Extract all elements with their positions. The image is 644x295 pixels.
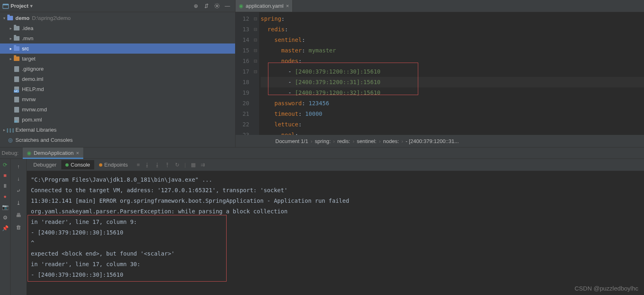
endpoints-tab[interactable]: Endpoints: [95, 160, 132, 169]
tree-item[interactable]: .gitignore: [0, 64, 235, 74]
tree-item[interactable]: mvnw.cmd: [0, 104, 235, 115]
tree-item[interactable]: ▸ target: [0, 54, 235, 64]
running-dot-icon: [65, 163, 69, 167]
tree-scratches[interactable]: ◎ Scratches and Consoles: [0, 135, 235, 145]
tool-icon[interactable]: ⭳: [155, 162, 160, 168]
breadcrumb-item[interactable]: Document 1/1: [275, 138, 308, 144]
watermark: CSDN @puzzledboylhc: [575, 285, 638, 292]
file-icon: [13, 76, 20, 82]
tree-item[interactable]: demo.iml: [0, 74, 235, 84]
breakpoint-icon[interactable]: ●: [1, 192, 9, 200]
dropdown-icon[interactable]: ▾: [30, 3, 33, 9]
console-line: "C:\Program Files\Java\jdk1.8.0_181\bin\…: [31, 174, 640, 185]
project-icon: [2, 3, 9, 9]
breadcrumb-item[interactable]: nodes:: [383, 138, 399, 144]
pause-icon[interactable]: ⏸: [1, 182, 9, 190]
locate-icon[interactable]: ⊕: [191, 2, 200, 11]
debug-left-toolbar: ⟳ ■ ⏸ ● 📷 ⚙ 📌: [0, 159, 11, 295]
scratches-icon: ◎: [6, 137, 14, 143]
gear-icon[interactable]: [212, 2, 221, 11]
tree-item-label: target: [22, 56, 35, 62]
tool-icon[interactable]: ▦: [191, 162, 196, 168]
debugger-tab[interactable]: Debugger: [29, 160, 61, 169]
close-icon[interactable]: ×: [286, 3, 289, 9]
code-area[interactable]: spring: redis: sentinel: master: mymaste…: [259, 12, 644, 135]
file-icon: [13, 66, 20, 72]
tree-item[interactable]: pom.xml: [0, 115, 235, 125]
console-line: expected <block end>, but found '<scalar…: [31, 248, 640, 259]
console-area: Debugger Console Endpoints ≡ ⭳ ⭳ ⭱ ↻ | ▦…: [27, 159, 644, 295]
bug-rerun-icon[interactable]: ⟳: [1, 161, 9, 169]
tree-item-label: .idea: [22, 25, 33, 31]
spring-icon: ◉: [27, 150, 31, 156]
project-tree[interactable]: ▾ demo D:\spring2\demo ▸ .idea ▸ .mvn ▸ …: [0, 12, 235, 147]
tree-item[interactable]: mvnw: [0, 94, 235, 104]
console-tab[interactable]: Console: [61, 160, 94, 169]
project-panel: Project ▾ ⊕ ⇵ — ▾ demo D:\spring2\demo ▸…: [0, 0, 236, 147]
tree-item-label: mvnw: [22, 96, 36, 102]
stop-icon[interactable]: ■: [1, 171, 9, 179]
breadcrumb-item[interactable]: sentinel:: [357, 138, 376, 144]
debug-label: Debug:: [2, 150, 19, 156]
tool-icon[interactable]: ⭱: [165, 162, 170, 168]
console-line: Connected to the target VM, address: '12…: [31, 185, 640, 195]
tool-icon[interactable]: ⭳: [145, 162, 150, 168]
tool-icon[interactable]: ≡: [137, 162, 140, 168]
folder-icon: [13, 56, 20, 61]
editor-tab-label: application.yaml: [246, 3, 283, 9]
clear-icon[interactable]: 🗑: [15, 223, 23, 231]
up-icon[interactable]: ↑: [15, 162, 23, 170]
editor-tab-application-yaml[interactable]: ◉ application.yaml ×: [236, 0, 293, 12]
tool-icon[interactable]: ⇉: [201, 162, 205, 168]
project-header: Project ▾ ⊕ ⇵ —: [0, 0, 235, 12]
project-root-icon: [6, 16, 14, 20]
breadcrumb-item[interactable]: spring:: [315, 138, 331, 144]
tree-item-label: Scratches and Consoles: [15, 137, 73, 143]
tree-item-src[interactable]: ▸ src: [0, 43, 235, 54]
console-line: in 'reader', line 17, column 9:: [31, 217, 640, 227]
settings-icon[interactable]: ⚙: [1, 213, 9, 221]
console-output[interactable]: "C:\Program Files\Java\jdk1.8.0_181\bin\…: [27, 171, 644, 295]
console-line: - [2400:379:1200::30]:15610: [31, 269, 640, 280]
tree-item[interactable]: ▸ .idea: [0, 23, 235, 33]
tree-item-label: demo.iml: [22, 76, 43, 82]
folder-icon: [13, 36, 20, 41]
close-icon[interactable]: ×: [76, 150, 79, 156]
scroll-icon[interactable]: ⤓: [15, 199, 23, 207]
hide-icon[interactable]: —: [223, 2, 232, 11]
folder-icon: [13, 26, 20, 30]
down-icon[interactable]: ↓: [15, 174, 23, 182]
tree-external-libraries[interactable]: ▸⫿⫿⫿ External Libraries: [0, 125, 235, 135]
editor-panel: ◉ application.yaml × 121314 151617 18192…: [236, 0, 644, 147]
svg-point-2: [216, 5, 218, 7]
editor-breadcrumb: Document 1/1 › spring: › redis: › sentin…: [236, 135, 644, 147]
console-tools: ≡ ⭳ ⭳ ⭱ ↻ | ▦ ⇉: [137, 162, 205, 168]
print-icon[interactable]: 🖶: [15, 211, 23, 219]
file-icon: [13, 97, 20, 102]
editor-body[interactable]: 121314 151617 181920 212223 ⊟⊟⊟⊟⊟⊟ sprin…: [236, 12, 644, 135]
tree-root[interactable]: ▾ demo D:\spring2\demo: [0, 13, 235, 23]
tree-item[interactable]: ▸ .mvn: [0, 33, 235, 43]
console-line: 11:30:12.141 [main] ERROR org.springfram…: [31, 195, 640, 206]
debug-run-config-tab[interactable]: ◉ DemoApplication ×: [23, 148, 83, 159]
file-m-icon: [13, 117, 20, 123]
debug-run-config-label: DemoApplication: [34, 150, 73, 156]
project-panel-title: Project: [11, 3, 28, 9]
camera-icon[interactable]: 📷: [1, 203, 9, 211]
console-line: ^: [31, 238, 640, 248]
tool-icon[interactable]: ↻: [175, 162, 179, 168]
file-md-icon: [13, 87, 20, 92]
tree-item-label: External Libraries: [15, 127, 56, 133]
library-icon: ⫿⫿⫿: [6, 127, 14, 133]
endpoints-dot-icon: [99, 163, 102, 167]
pin-icon[interactable]: 📌: [1, 224, 9, 232]
breadcrumb-item[interactable]: redis:: [337, 138, 350, 144]
tree-item[interactable]: HELP.md: [0, 84, 235, 94]
debug-panel: Debug: ◉ DemoApplication × ⟳ ■ ⏸ ● 📷 ⚙ 📌…: [0, 147, 644, 295]
wrap-icon[interactable]: ⤶: [15, 187, 23, 195]
fold-gutter[interactable]: ⊟⊟⊟⊟⊟⊟: [252, 12, 259, 135]
expand-icon[interactable]: ⇵: [202, 2, 211, 11]
tree-root-label: demo: [15, 15, 30, 21]
breadcrumb-item[interactable]: - [2400:379:1200::31...: [406, 138, 459, 144]
console-left-toolbar: ↑ ↓ ⤶ ⤓ 🖶 🗑: [11, 159, 27, 295]
